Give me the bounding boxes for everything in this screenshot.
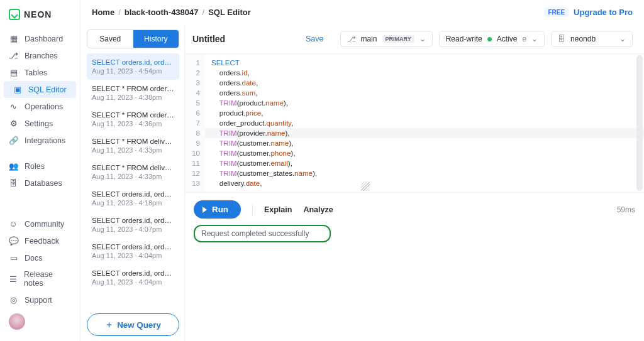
upgrade-link[interactable]: Upgrade to Pro <box>574 8 633 17</box>
activity-icon: ∿ <box>9 102 18 111</box>
resize-handle-icon[interactable] <box>361 182 370 191</box>
free-badge: FREE <box>544 8 569 17</box>
query-title[interactable]: Untitled <box>192 34 299 44</box>
plus-icon: ＋ <box>105 319 113 330</box>
new-query-button[interactable]: ＋ New Query <box>87 313 179 336</box>
mode-selector[interactable]: Read-write Active e ⌄ <box>439 31 545 47</box>
life-ring-icon: ◎ <box>9 295 18 305</box>
sidebar-item-support[interactable]: ◎Support <box>0 291 80 308</box>
sidebar-item-dashboard[interactable]: ▦Dashboard <box>0 30 80 47</box>
code-content: SELECT orders.id, orders.date, orders.su… <box>205 54 644 192</box>
topbar: Home / black-tooth-438047 / SQL Editor F… <box>80 0 644 24</box>
status-message: Request completed successfully <box>194 225 331 242</box>
gear-icon: ⚙ <box>9 119 18 128</box>
people-icon: ☺ <box>9 219 18 229</box>
history-tabs: Saved History <box>87 30 179 48</box>
code-gutter: 12345678910111213 <box>185 54 205 192</box>
sidebar-item-sql-editor[interactable]: ▣SQL Editor <box>4 81 76 98</box>
code-editor[interactable]: 12345678910111213 SELECT orders.id, orde… <box>185 53 644 192</box>
book-icon: ▭ <box>9 253 18 263</box>
history-item[interactable]: SELECT * FROM orders WHER...Aug 11, 2023… <box>87 106 179 133</box>
users-icon: 👥 <box>9 161 18 171</box>
sidebar-item-tables[interactable]: ▤Tables <box>0 64 80 81</box>
chevron-down-icon: ⌄ <box>531 35 538 43</box>
chat-icon: 💬 <box>9 236 18 246</box>
save-button[interactable]: Save <box>306 35 324 43</box>
brand-name: NEON <box>24 9 52 19</box>
breadcrumb-home[interactable]: Home <box>92 8 114 17</box>
breadcrumb: Home / black-tooth-438047 / SQL Editor <box>92 8 251 17</box>
note-icon: ☰ <box>9 274 18 284</box>
editor-header: Untitled Save ⎇ main PRIMARY ⌄ Read-writ… <box>185 24 644 53</box>
run-button[interactable]: Run <box>194 200 241 219</box>
history-item[interactable]: SELECT * FROM order_produ...Aug 11, 2023… <box>87 80 179 106</box>
history-item[interactable]: SELECT orders.id, orders.date...Aug 11, … <box>87 238 179 264</box>
database-selector[interactable]: 🗄 neondb ⌄ <box>551 31 633 47</box>
primary-badge: PRIMARY <box>382 35 414 43</box>
avatar[interactable] <box>9 313 25 330</box>
sidebar-item-docs[interactable]: ▭Docs <box>0 249 80 266</box>
explain-button[interactable]: Explain <box>264 205 292 214</box>
branch-icon: ⎇ <box>9 51 18 60</box>
logo-mark-icon <box>9 9 20 20</box>
database-icon: 🗄 <box>9 178 18 188</box>
grid-icon: ▦ <box>9 34 18 43</box>
breadcrumb-current: SQL Editor <box>208 8 251 17</box>
query-timing: 59ms <box>617 205 635 214</box>
table-icon: ▤ <box>9 68 18 77</box>
analyze-button[interactable]: Analyze <box>303 205 333 214</box>
branch-selector[interactable]: ⎇ main PRIMARY ⌄ <box>340 31 433 47</box>
sidebar-item-branches[interactable]: ⎇Branches <box>0 47 80 64</box>
history-item[interactable]: SELECT * FROM delivery WHE...Aug 11, 202… <box>87 133 179 159</box>
brand-logo[interactable]: NEON <box>0 6 80 30</box>
history-item[interactable]: SELECT orders.id, orders.date...Aug 11, … <box>87 264 179 291</box>
sidebar-item-feedback[interactable]: 💬Feedback <box>0 232 80 249</box>
tab-history[interactable]: History <box>133 30 179 48</box>
database-icon: 🗄 <box>558 35 565 43</box>
play-icon <box>203 207 207 213</box>
sidebar-item-integrations[interactable]: 🔗Integrations <box>0 132 80 149</box>
sidebar-item-release-notes[interactable]: ☰Release notes <box>0 266 80 291</box>
sidebar-item-community[interactable]: ☺Community <box>0 215 80 232</box>
history-panel: Saved History SELECT orders.id, orders.d… <box>80 24 184 341</box>
sidebar-item-settings[interactable]: ⚙Settings <box>0 115 80 132</box>
chevron-down-icon: ⌄ <box>619 35 626 43</box>
breadcrumb-project[interactable]: black-tooth-438047 <box>125 8 199 17</box>
link-icon: 🔗 <box>9 136 18 145</box>
chevron-down-icon: ⌄ <box>419 35 426 43</box>
results-panel: Run Explain Analyze 59ms Request complet… <box>185 192 644 341</box>
sidebar: NEON ▦Dashboard ⎇Branches ▤Tables ▣SQL E… <box>0 0 80 341</box>
status-dot-icon <box>487 37 492 41</box>
branch-icon: ⎇ <box>347 35 356 43</box>
history-item[interactable]: SELECT orders.id, orders.date...Aug 11, … <box>87 212 179 238</box>
history-item[interactable]: SELECT * FROM delivery WHE...Aug 11, 202… <box>87 159 179 185</box>
history-item[interactable]: SELECT orders.id, orders.date...Aug 11, … <box>87 185 179 212</box>
sidebar-item-operations[interactable]: ∿Operations <box>0 98 80 115</box>
history-item[interactable]: SELECT orders.id, orders.date...Aug 11, … <box>87 53 179 80</box>
tab-saved[interactable]: Saved <box>87 30 133 48</box>
sidebar-item-databases[interactable]: 🗄Databases <box>0 175 80 192</box>
sidebar-item-roles[interactable]: 👥Roles <box>0 158 80 175</box>
sql-icon: ▣ <box>13 85 22 94</box>
